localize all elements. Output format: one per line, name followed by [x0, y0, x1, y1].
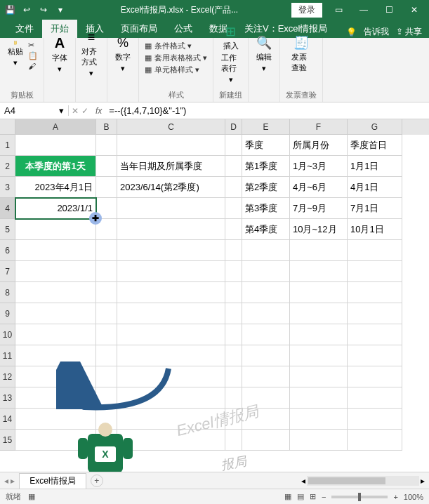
cell-fmt-icon: ▦	[145, 65, 152, 74]
document-title: Excel情报局.xlsx - Excel(产品...	[67, 4, 291, 16]
fx-icon[interactable]: fx	[91, 106, 106, 116]
zoom-out-icon[interactable]: −	[322, 493, 326, 501]
accept-icon[interactable]: ✓	[81, 106, 88, 116]
active-cell[interactable]: 2023/1/1	[15, 198, 96, 219]
invoice-button[interactable]: 🧾发票查验	[291, 41, 311, 67]
cell[interactable]: 7月1日	[348, 198, 402, 219]
col-F[interactable]: F	[290, 119, 348, 135]
row-5[interactable]: 5	[0, 219, 15, 240]
cut-icon[interactable]: ✂	[28, 41, 38, 50]
row-1[interactable]: 1	[0, 135, 15, 156]
group-clipboard: 粘贴▾ ✂ 📋 🖌 剪贴板	[0, 38, 44, 102]
group-label-newgroup: 新建组	[219, 88, 242, 100]
font-button[interactable]: A字体▾	[50, 41, 70, 67]
ribbon-options-icon[interactable]: ▭	[326, 1, 350, 18]
insert-button[interactable]: ⊞插入工作表行▾	[221, 41, 241, 67]
sheet-tab[interactable]: Excel情报局	[19, 473, 86, 489]
ribbon: 粘贴▾ ✂ 📋 🖌 剪贴板 A字体▾ ≡对齐方式▾ %数字▾ ▦条件格式 ▾ ▦…	[0, 38, 429, 102]
tab-follow[interactable]: 关注V：Excel情报局	[236, 20, 336, 38]
group-insert: ⊞插入工作表行▾ 新建组	[213, 38, 249, 102]
macro-icon[interactable]: ▦	[28, 492, 35, 501]
group-edit: 🔍编辑▾	[249, 38, 280, 102]
cell[interactable]: 所属月份	[290, 135, 348, 156]
number-button[interactable]: %数字▾	[113, 41, 133, 67]
fill-handle-icon[interactable]	[89, 212, 102, 225]
group-label-clipboard: 剪贴板	[11, 88, 34, 100]
col-D[interactable]: D	[225, 119, 242, 135]
chevron-down-icon[interactable]: ▾	[59, 105, 64, 116]
conditional-format-button[interactable]: ▦条件格式 ▾	[145, 41, 207, 51]
paste-button[interactable]: 粘贴▾	[6, 41, 25, 67]
share-button[interactable]: ⇪ 共享	[396, 26, 422, 38]
cell[interactable]: 1月~3月	[290, 156, 348, 177]
cell[interactable]: 2023/6/14(第2季度)	[117, 177, 225, 198]
tab-file[interactable]: 文件	[7, 20, 42, 38]
maximize-icon[interactable]: ☐	[377, 1, 401, 18]
select-all[interactable]	[0, 119, 15, 135]
status-bar: 就绪 ▦ ▦ ▤ ⊞ − + 100%	[0, 489, 429, 504]
cell[interactable]: 第4季度	[242, 219, 290, 240]
cell[interactable]: 10月1日	[348, 219, 402, 240]
row-2[interactable]: 2	[0, 156, 15, 177]
cell[interactable]: 7月~9月	[290, 198, 348, 219]
row-3[interactable]: 3	[0, 177, 15, 198]
save-icon[interactable]: 💾	[3, 3, 17, 17]
group-align: ≡对齐方式▾	[76, 38, 107, 102]
zoom-slider[interactable]	[331, 496, 388, 498]
cell[interactable]: 1月1日	[348, 156, 402, 177]
sheet-nav[interactable]: ◂ ▸	[4, 476, 15, 486]
col-B[interactable]: B	[96, 119, 117, 135]
col-G[interactable]: G	[348, 119, 402, 135]
cell[interactable]: 第3季度	[242, 198, 290, 219]
cell[interactable]: 季度首日	[348, 135, 402, 156]
minimize-icon[interactable]: —	[352, 1, 376, 18]
formula-input[interactable]: =--({1,4,7,10}&"-1")	[106, 105, 429, 116]
close-icon[interactable]: ✕	[402, 1, 426, 18]
tellme-label[interactable]: 告诉我	[364, 26, 389, 38]
row-4[interactable]: 4	[0, 198, 15, 219]
format-painter-icon[interactable]: 🖌	[28, 62, 38, 70]
col-E[interactable]: E	[242, 119, 290, 135]
view-normal-icon[interactable]: ▦	[284, 492, 291, 501]
redo-icon[interactable]: ↪	[37, 3, 51, 17]
group-invoice: 🧾发票查验 发票查验	[280, 38, 323, 102]
undo-icon[interactable]: ↩	[20, 3, 34, 17]
cell[interactable]: 季度	[242, 135, 290, 156]
tellme-icon[interactable]: 💡	[346, 27, 357, 37]
svg-rect-1	[15, 41, 16, 41]
view-break-icon[interactable]: ⊞	[310, 492, 316, 501]
sheet-tab-bar: ◂ ▸ Excel情报局 + ◂▸	[0, 472, 429, 489]
zoom-in-icon[interactable]: +	[393, 493, 397, 501]
cell[interactable]	[15, 135, 96, 156]
col-A[interactable]: A	[15, 119, 96, 135]
cell[interactable]: 当年日期及所属季度	[117, 156, 225, 177]
cell[interactable]: 10月~12月	[290, 219, 348, 240]
edit-button[interactable]: 🔍编辑▾	[254, 41, 274, 67]
copy-icon[interactable]: 📋	[28, 51, 38, 60]
view-layout-icon[interactable]: ▤	[297, 492, 304, 501]
cancel-icon[interactable]: ✕	[72, 106, 79, 116]
status-ready: 就绪	[6, 491, 21, 502]
cell-style-button[interactable]: ▦单元格样式 ▾	[145, 65, 207, 75]
qat-more-icon[interactable]: ▾	[53, 3, 67, 17]
cell[interactable]: 2023年4月1日	[15, 177, 96, 198]
cell[interactable]: 第2季度	[242, 177, 290, 198]
cond-fmt-icon: ▦	[145, 41, 152, 51]
align-button[interactable]: ≡对齐方式▾	[81, 41, 101, 67]
cell[interactable]: 4月~6月	[290, 177, 348, 198]
tab-formula[interactable]: 公式	[166, 20, 201, 38]
group-font: A字体▾	[44, 38, 76, 102]
cell[interactable]: 本季度的第1天	[15, 156, 96, 177]
name-box[interactable]: A4▾	[0, 105, 69, 116]
table-format-button[interactable]: ▦套用表格格式 ▾	[145, 53, 207, 63]
column-headers: A B C D E F G	[0, 119, 429, 135]
cell[interactable]: 4月1日	[348, 177, 402, 198]
horizontal-scrollbar[interactable]: ◂▸	[301, 476, 425, 486]
zoom-level[interactable]: 100%	[404, 493, 423, 501]
add-sheet-button[interactable]: +	[91, 475, 103, 487]
cell[interactable]: 第1季度	[242, 156, 290, 177]
formula-bar: A4▾ ✕ ✓ fx =--({1,4,7,10}&"-1")	[0, 102, 429, 119]
svg-rect-0	[14, 41, 17, 45]
col-C[interactable]: C	[117, 119, 225, 135]
login-button[interactable]: 登录	[291, 3, 322, 18]
